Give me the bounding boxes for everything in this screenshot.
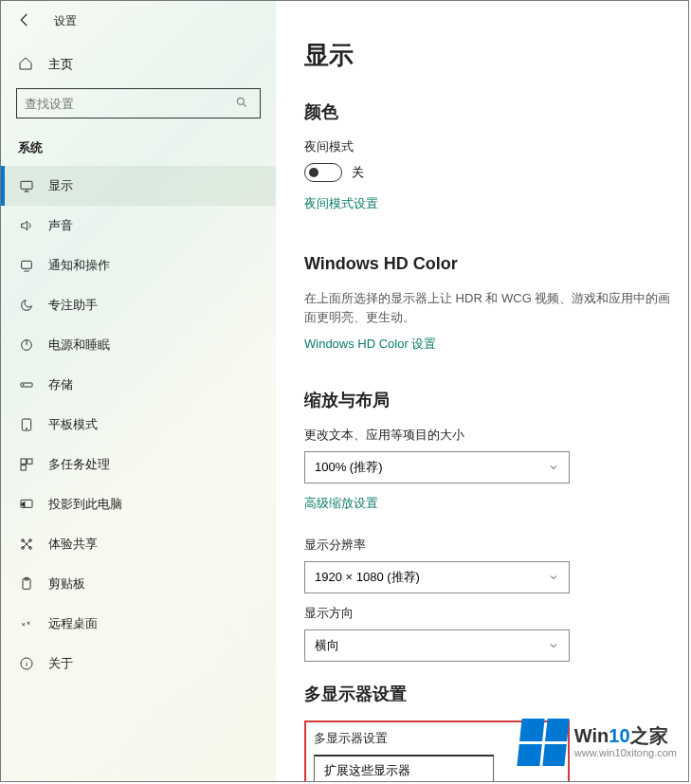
scale-label: 更改文本、应用等项目的大小 <box>304 427 677 444</box>
sidebar-item-label: 专注助手 <box>48 297 98 314</box>
hdcolor-title: Windows HD Color <box>304 254 677 274</box>
sidebar-item-notifications[interactable]: 通知和操作 <box>1 246 276 285</box>
scale-dropdown[interactable]: 100% (推荐) <box>304 451 570 483</box>
multidisplay-value: 扩展这些显示器 <box>324 762 410 779</box>
display-icon <box>18 177 35 194</box>
storage-icon <box>18 376 35 393</box>
sidebar-item-about[interactable]: 关于 <box>1 644 276 684</box>
advanced-scale-link[interactable]: 高级缩放设置 <box>304 495 378 512</box>
remote-icon <box>18 615 35 632</box>
sound-icon <box>18 217 35 234</box>
sidebar-home[interactable]: 主页 <box>1 46 276 82</box>
watermark-title: Win10之家 <box>574 724 677 747</box>
window-title: 设置 <box>54 13 77 29</box>
sidebar-item-shared[interactable]: 体验共享 <box>1 524 276 564</box>
about-icon <box>18 655 35 672</box>
windows-logo-icon <box>517 719 569 766</box>
color-section-title: 颜色 <box>304 100 677 123</box>
orientation-dropdown[interactable]: 横向 <box>304 629 570 662</box>
multidisplay-section-title: 多显示器设置 <box>304 683 677 705</box>
search-box[interactable] <box>16 88 261 119</box>
hdcolor-description: 在上面所选择的显示器上让 HDR 和 WCG 视频、游戏和应用中的画面更明亮、更… <box>304 289 677 326</box>
watermark-url: www.win10xitong.com <box>574 747 677 759</box>
orientation-value: 横向 <box>315 637 339 654</box>
sidebar-item-power[interactable]: 电源和睡眠 <box>1 325 276 365</box>
tablet-icon <box>18 416 35 433</box>
svg-rect-8 <box>21 459 26 464</box>
sidebar-item-tablet[interactable]: 平板模式 <box>1 405 276 445</box>
search-icon <box>235 96 250 111</box>
shared-icon <box>18 536 35 553</box>
sidebar-item-label: 电源和睡眠 <box>48 337 110 354</box>
hdcolor-settings-link[interactable]: Windows HD Color 设置 <box>304 336 436 353</box>
sidebar-item-label: 显示 <box>48 177 73 194</box>
toggle-state-label: 关 <box>352 164 364 181</box>
sidebar: 设置 主页 系统 显示声音通知和操作专注助手电源和睡眠存储平板模式多任务处理投影… <box>1 1 276 781</box>
watermark: Win10之家 www.win10xitong.com <box>519 719 677 766</box>
notifications-icon <box>18 257 35 274</box>
clipboard-icon <box>18 575 35 593</box>
sidebar-item-projecting[interactable]: 投影到此电脑 <box>1 484 276 524</box>
category-label: 系统 <box>1 119 276 166</box>
svg-rect-10 <box>21 465 26 470</box>
top-bar: 设置 <box>1 1 276 41</box>
chevron-down-icon <box>548 462 559 473</box>
svg-rect-2 <box>22 261 32 268</box>
focus-icon <box>18 297 35 314</box>
sidebar-item-label: 远程桌面 <box>48 615 98 632</box>
svg-rect-1 <box>21 181 32 189</box>
sidebar-item-label: 体验共享 <box>48 536 98 553</box>
scale-section-title: 缩放与布局 <box>304 389 677 411</box>
sidebar-item-label: 平板模式 <box>48 416 98 433</box>
search-input[interactable] <box>17 97 235 111</box>
nav-list: 显示声音通知和操作专注助手电源和睡眠存储平板模式多任务处理投影到此电脑体验共享剪… <box>1 166 276 684</box>
chevron-down-icon <box>548 572 559 583</box>
svg-point-5 <box>23 384 24 385</box>
resolution-dropdown[interactable]: 1920 × 1080 (推荐) <box>304 561 570 593</box>
sidebar-item-label: 通知和操作 <box>48 257 110 274</box>
main-content: 显示 颜色 夜间模式 关 夜间模式设置 Windows HD Color 在上面… <box>276 1 688 781</box>
scale-value: 100% (推荐) <box>315 459 383 476</box>
sidebar-item-label: 剪贴板 <box>48 575 85 593</box>
sidebar-item-display[interactable]: 显示 <box>1 166 276 206</box>
back-arrow-icon[interactable] <box>16 11 35 30</box>
projecting-icon <box>18 496 35 513</box>
sidebar-home-label: 主页 <box>48 56 73 73</box>
multidisplay-dropdown[interactable]: 扩展这些显示器 <box>314 755 494 781</box>
night-mode-toggle[interactable] <box>304 163 342 182</box>
orientation-label: 显示方向 <box>304 605 677 622</box>
page-title: 显示 <box>304 39 677 72</box>
sidebar-item-focus[interactable]: 专注助手 <box>1 285 276 325</box>
svg-rect-9 <box>27 459 32 464</box>
sidebar-item-storage[interactable]: 存储 <box>1 365 276 405</box>
svg-point-7 <box>26 428 27 428</box>
multitask-icon <box>18 456 35 473</box>
power-icon <box>18 337 35 354</box>
sidebar-item-label: 关于 <box>48 655 73 672</box>
sidebar-item-label: 多任务处理 <box>48 456 110 473</box>
sidebar-item-remote[interactable]: 远程桌面 <box>1 604 276 644</box>
home-icon <box>18 56 35 73</box>
night-mode-label: 夜间模式 <box>304 138 677 155</box>
sidebar-item-label: 声音 <box>48 217 73 234</box>
sidebar-item-label: 投影到此电脑 <box>48 496 122 513</box>
sidebar-item-multitask[interactable]: 多任务处理 <box>1 445 276 484</box>
sidebar-item-label: 存储 <box>48 376 73 393</box>
sidebar-item-sound[interactable]: 声音 <box>1 206 276 246</box>
sidebar-item-clipboard[interactable]: 剪贴板 <box>1 564 276 604</box>
resolution-value: 1920 × 1080 (推荐) <box>315 569 420 586</box>
night-mode-settings-link[interactable]: 夜间模式设置 <box>304 195 378 212</box>
resolution-label: 显示分辨率 <box>304 537 677 554</box>
svg-point-0 <box>237 98 244 104</box>
chevron-down-icon <box>548 640 559 651</box>
